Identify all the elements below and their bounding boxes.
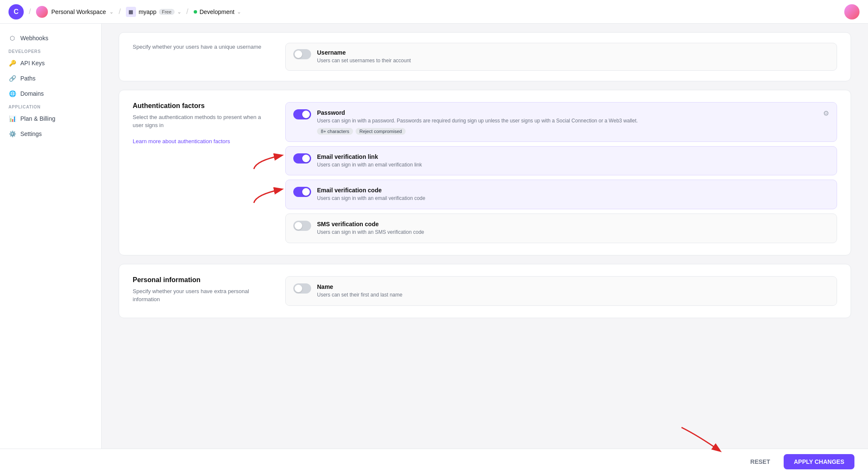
sidebar-item-label: Settings bbox=[20, 130, 42, 137]
sms-title: SMS verification code bbox=[317, 221, 829, 227]
user-avatar[interactable] bbox=[844, 4, 860, 19]
settings-icon: ⚙️ bbox=[8, 130, 16, 138]
email-code-info: Email verification code Users can sign i… bbox=[317, 187, 829, 202]
sidebar-item-api-keys[interactable]: 🔑 API Keys bbox=[0, 55, 101, 71]
name-toggle[interactable] bbox=[293, 283, 311, 294]
badge-reject-compromised: Reject compromised bbox=[356, 128, 406, 135]
badge-8chars: 8+ characters bbox=[317, 128, 353, 135]
email-link-desc: Users can sign in with an email verifica… bbox=[317, 161, 829, 169]
email-link-toggle[interactable] bbox=[293, 153, 311, 164]
workspace-avatar bbox=[36, 6, 48, 18]
factor-row-email-link: Email verification link Users can sign i… bbox=[285, 146, 837, 176]
sidebar-section-application: APPLICATION bbox=[0, 101, 101, 111]
name-title: Name bbox=[317, 283, 829, 290]
email-link-toggle-thumb bbox=[302, 155, 310, 162]
env-selector[interactable]: Development ⌄ bbox=[194, 8, 242, 15]
username-card: Specify whether your users have a unique… bbox=[119, 32, 851, 81]
workspace-chevron-icon: ⌄ bbox=[109, 9, 114, 15]
sidebar: ⬡ Webhooks DEVELOPERS 🔑 API Keys 🔗 Paths… bbox=[0, 24, 102, 474]
sidebar-item-label: Domains bbox=[20, 90, 44, 97]
factor-row-sms: SMS verification code Users can sign in … bbox=[285, 213, 837, 243]
email-code-title: Email verification code bbox=[317, 187, 829, 194]
content-area: Specify whether your users have a unique… bbox=[102, 24, 868, 474]
name-toggle-thumb bbox=[295, 285, 302, 292]
workspace-label: Personal Workspace bbox=[51, 8, 106, 15]
webhooks-icon: ⬡ bbox=[8, 34, 16, 42]
env-dot-icon bbox=[194, 10, 197, 14]
password-title: Password bbox=[317, 109, 817, 116]
sidebar-item-domains[interactable]: 🌐 Domains bbox=[0, 86, 101, 101]
plan-billing-icon: 📊 bbox=[8, 115, 16, 122]
nav-separator-3: / bbox=[186, 7, 189, 16]
domains-icon: 🌐 bbox=[8, 90, 16, 97]
app-icon: ▦ bbox=[126, 7, 136, 17]
sms-toggle-thumb bbox=[295, 222, 302, 230]
auth-card-left: Authentication factors Select the authen… bbox=[133, 102, 268, 243]
api-keys-icon: 🔑 bbox=[8, 59, 16, 67]
app-selector[interactable]: ▦ myapp Free ⌄ bbox=[126, 7, 181, 17]
env-chevron-icon: ⌄ bbox=[237, 9, 241, 15]
factor-row-email-code: Email verification code Users can sign i… bbox=[285, 180, 837, 209]
email-code-desc: Users can sign in with an email verifica… bbox=[317, 195, 829, 202]
password-desc: Users can sign in with a password. Passw… bbox=[317, 117, 817, 125]
email-link-title: Email verification link bbox=[317, 153, 829, 160]
auth-factors-card: Authentication factors Select the authen… bbox=[119, 90, 851, 255]
personal-card-title: Personal information bbox=[133, 276, 268, 284]
personal-info-card: Personal information Specify whether you… bbox=[119, 264, 851, 318]
factor-row-password: Password Users can sign in with a passwo… bbox=[285, 102, 837, 142]
main-layout: ⬡ Webhooks DEVELOPERS 🔑 API Keys 🔗 Paths… bbox=[0, 24, 868, 474]
username-toggle[interactable] bbox=[293, 49, 311, 59]
username-toggle-thumb bbox=[295, 50, 302, 58]
email-code-toggle-thumb bbox=[302, 188, 310, 196]
sidebar-item-label: Paths bbox=[20, 75, 36, 82]
email-code-toggle[interactable] bbox=[293, 187, 311, 197]
username-desc: Users can set usernames to their account bbox=[317, 57, 829, 64]
sidebar-item-settings[interactable]: ⚙️ Settings bbox=[0, 126, 101, 141]
sidebar-item-label: Plan & Billing bbox=[20, 115, 56, 122]
auth-learn-more-link[interactable]: Learn more about authentication factors bbox=[133, 138, 230, 144]
app-plan-badge: Free bbox=[159, 9, 175, 15]
sidebar-item-paths[interactable]: 🔗 Paths bbox=[0, 71, 101, 86]
username-card-right: Username Users can set usernames to thei… bbox=[285, 43, 837, 71]
app-chevron-icon: ⌄ bbox=[177, 9, 181, 15]
password-toggle-thumb bbox=[302, 111, 310, 118]
nav-separator-1: / bbox=[29, 7, 31, 16]
app-name: myapp bbox=[139, 8, 156, 15]
password-info: Password Users can sign in with a passwo… bbox=[317, 109, 817, 135]
username-info: Username Users can set usernames to thei… bbox=[317, 49, 829, 64]
auth-card-desc: Select the authentication methods to pre… bbox=[133, 113, 268, 130]
sidebar-item-webhooks[interactable]: ⬡ Webhooks bbox=[0, 30, 101, 46]
password-toggle[interactable] bbox=[293, 109, 311, 119]
personal-card-desc: Specify whether your users have extra pe… bbox=[133, 287, 268, 304]
apply-changes-button[interactable]: APPLY CHANGES bbox=[784, 454, 854, 469]
auth-card-right: Password Users can sign in with a passwo… bbox=[285, 102, 837, 243]
password-badges: 8+ characters Reject compromised bbox=[317, 128, 817, 135]
topnav: C / Personal Workspace ⌄ / ▦ myapp Free … bbox=[0, 0, 868, 24]
sms-desc: Users can sign in with an SMS verificati… bbox=[317, 229, 829, 236]
reset-button[interactable]: RESET bbox=[743, 455, 777, 468]
username-title: Username bbox=[317, 49, 829, 56]
name-info: Name Users can set their first and last … bbox=[317, 283, 829, 299]
username-card-desc: Specify whether your users have a unique… bbox=[133, 43, 268, 51]
workspace-selector[interactable]: Personal Workspace ⌄ bbox=[36, 6, 114, 18]
personal-card-right: Name Users can set their first and last … bbox=[285, 276, 837, 306]
email-link-info: Email verification link Users can sign i… bbox=[317, 153, 829, 169]
personal-card-left: Personal information Specify whether you… bbox=[133, 276, 268, 306]
bottom-bar: RESET APPLY CHANGES bbox=[0, 449, 868, 474]
username-row: Username Users can set usernames to thei… bbox=[285, 43, 837, 71]
sidebar-item-plan-billing[interactable]: 📊 Plan & Billing bbox=[0, 111, 101, 126]
nav-separator-2: / bbox=[119, 7, 121, 16]
sidebar-item-label: API Keys bbox=[20, 60, 45, 67]
paths-icon: 🔗 bbox=[8, 75, 16, 82]
app-logo: C bbox=[8, 4, 24, 19]
auth-card-title: Authentication factors bbox=[133, 102, 268, 110]
sms-info: SMS verification code Users can sign in … bbox=[317, 221, 829, 236]
name-desc: Users can set their first and last name bbox=[317, 291, 829, 299]
password-gear-icon[interactable]: ⚙ bbox=[823, 109, 829, 117]
sidebar-item-label: Webhooks bbox=[20, 35, 48, 42]
name-row: Name Users can set their first and last … bbox=[285, 276, 837, 306]
sms-toggle[interactable] bbox=[293, 221, 311, 231]
env-label: Development bbox=[200, 8, 235, 15]
username-card-left: Specify whether your users have a unique… bbox=[133, 43, 268, 71]
sidebar-section-developers: DEVELOPERS bbox=[0, 46, 101, 55]
